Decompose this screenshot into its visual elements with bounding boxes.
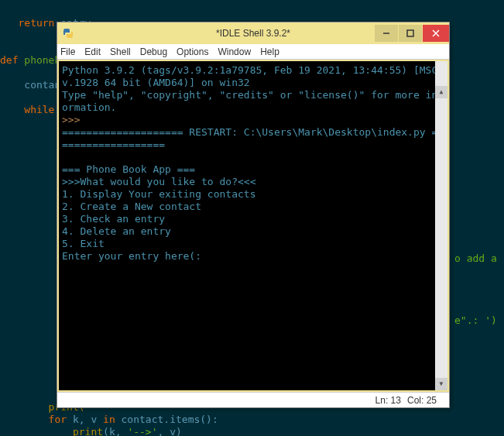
shell-line: === Phone Book App === (62, 163, 195, 175)
menu-options[interactable]: Options (177, 46, 208, 57)
shell-line: >>>What would you like to do?<<< (62, 176, 255, 187)
titlebar[interactable]: *IDLE Shell 3.9.2* (57, 22, 449, 44)
shell-prompt: >>> (62, 114, 80, 125)
menu-window[interactable]: Window (218, 46, 251, 57)
minimize-button[interactable] (375, 25, 398, 42)
close-button[interactable] (423, 25, 449, 42)
shell-line: 3. Check an entry (62, 213, 165, 225)
shell-banner-line: Type "help", "copyright", "credits" or "… (62, 89, 444, 113)
idle-shell-window: *IDLE Shell 3.9.2* File Edit Shell Debug… (57, 22, 450, 408)
app-icon (62, 27, 74, 39)
menu-shell[interactable]: Shell (110, 46, 131, 57)
scroll-up-icon[interactable]: ▲ (435, 86, 447, 98)
statusbar: Ln: 13 Col: 25 (57, 392, 449, 407)
scrollbar[interactable]: ▲ ▼ (435, 61, 447, 390)
shell-output[interactable]: Python 3.9.2 (tags/v3.9.2:1a79785, Feb 1… (59, 61, 447, 390)
menubar: File Edit Shell Debug Options Window Hel… (57, 44, 449, 60)
status-line: Ln: 13 (375, 395, 401, 406)
menu-file[interactable]: File (60, 46, 75, 57)
status-col: Col: 25 (407, 395, 437, 406)
shell-line: 5. Exit (62, 238, 105, 249)
shell-banner-line: Python 3.9.2 (tags/v3.9.2:1a79785, Feb 1… (62, 64, 444, 88)
shell-line: Enter your entry here(: (62, 250, 207, 262)
scroll-down-icon[interactable]: ▼ (435, 378, 447, 390)
menu-debug[interactable]: Debug (140, 46, 167, 57)
shell-line: 4. Delete an entry (62, 225, 171, 237)
maximize-button[interactable] (399, 25, 422, 42)
shell-line: 1. Display Your exiting contacts (62, 188, 255, 200)
svg-rect-1 (407, 30, 413, 36)
shell-line: 2. Create a New contact (62, 201, 201, 212)
menu-help[interactable]: Help (260, 46, 279, 57)
menu-edit[interactable]: Edit (84, 46, 101, 57)
shell-restart-line: ==================== RESTART: C:\Users\M… (62, 126, 444, 150)
